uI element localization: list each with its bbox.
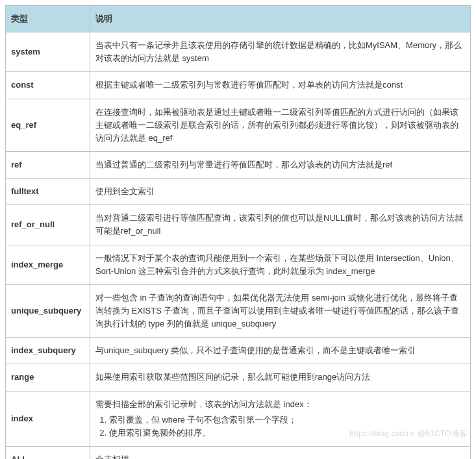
type-cell: index_merge: [6, 245, 90, 284]
type-cell: range: [6, 364, 90, 391]
type-cell: fulltext: [6, 179, 90, 205]
desc-cell: 当表中只有一条记录并且该表使用的存储引擎的统计数据是精确的，比如MyISAM、M…: [90, 32, 471, 72]
table-row: range 如果使用索引获取某些范围区间的记录，那么就可能使用到range访问方…: [6, 364, 471, 391]
desc-cell: 当通过普通的二级索引列与常量进行等值匹配时，那么对该表的访问方法就是ref: [90, 151, 471, 178]
desc-cell-index: 需要扫描全部的索引记录时，该表的访问方法就是 index： 索引覆盖，但 whe…: [90, 391, 471, 446]
desc-cell: 与unique_subquery 类似，只不过子查询使用的是普通索引，而不是主键…: [90, 338, 471, 364]
desc-cell: 根据主键或者唯一二级索引列与常数进行等值匹配时，对单表的访问方法就是const: [90, 72, 471, 99]
table-row: unique_subquery 对一些包含 in 子查询的查询语句中，如果优化器…: [6, 284, 471, 337]
desc-cell: 对一些包含 in 子查询的查询语句中，如果优化器无法使用 semi-join 或…: [90, 284, 471, 337]
type-cell: index: [6, 391, 90, 446]
desc-cell: 如果使用索引获取某些范围区间的记录，那么就可能使用到range访问方法: [90, 364, 471, 391]
desc-cell: 当对普通二级索引进行等值匹配查询，该索引列的值也可以是NULL值时，那么对该表的…: [90, 205, 471, 245]
type-cell: system: [6, 32, 90, 72]
table-row: index_subquery 与unique_subquery 类似，只不过子查…: [6, 338, 471, 364]
access-method-table: 类型 说明 system 当表中只有一条记录并且该表使用的存储引擎的统计数据是精…: [5, 5, 471, 459]
type-cell: ref_or_null: [6, 205, 90, 245]
table-row: system 当表中只有一条记录并且该表使用的存储引擎的统计数据是精确的，比如M…: [6, 32, 471, 72]
desc-cell: 一般情况下对于某个表的查询只能使用到一个索引，在某些场景下可以使用 Inters…: [90, 245, 471, 284]
desc-cell: 使用到全文索引: [90, 179, 471, 205]
type-cell: const: [6, 72, 90, 99]
index-list-item: 索引覆盖，但 where 子句不包含索引第一个字段；: [109, 414, 465, 427]
index-list-item: 使用索引避免额外的排序。: [109, 427, 465, 440]
type-cell: index_subquery: [6, 338, 90, 364]
type-cell: eq_ref: [6, 99, 90, 151]
table-row: ALL 全表扫描: [6, 446, 471, 459]
table-row: const 根据主键或者唯一二级索引列与常数进行等值匹配时，对单表的访问方法就是…: [6, 72, 471, 99]
desc-cell: 全表扫描: [90, 446, 471, 459]
table-row-index: index 需要扫描全部的索引记录时，该表的访问方法就是 index： 索引覆盖…: [6, 391, 471, 446]
header-desc: 说明: [90, 6, 471, 32]
index-list: 索引覆盖，但 where 子句不包含索引第一个字段； 使用索引避免额外的排序。: [109, 414, 465, 440]
table-header-row: 类型 说明: [6, 6, 471, 32]
header-type: 类型: [6, 6, 90, 32]
desc-cell: 在连接查询时，如果被驱动表是通过主键或者唯一二级索引列等值匹配的方式进行访问的（…: [90, 99, 471, 151]
table-row: ref_or_null 当对普通二级索引进行等值匹配查询，该索引列的值也可以是N…: [6, 205, 471, 245]
table-row: ref 当通过普通的二级索引列与常量进行等值匹配时，那么对该表的访问方法就是re…: [6, 151, 471, 178]
index-intro: 需要扫描全部的索引记录时，该表的访问方法就是 index：: [95, 399, 312, 409]
table-row: fulltext 使用到全文索引: [6, 179, 471, 205]
type-cell: ALL: [6, 446, 90, 459]
table-row: index_merge 一般情况下对于某个表的查询只能使用到一个索引，在某些场景…: [6, 245, 471, 284]
table-row: eq_ref 在连接查询时，如果被驱动表是通过主键或者唯一二级索引列等值匹配的方…: [6, 99, 471, 151]
type-cell: unique_subquery: [6, 284, 90, 337]
type-cell: ref: [6, 151, 90, 178]
